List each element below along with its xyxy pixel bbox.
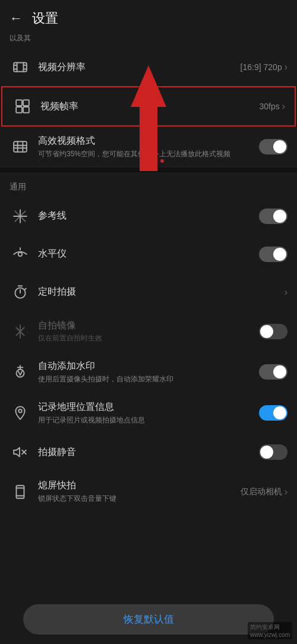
item-desc: 仅在前置自拍时生效	[38, 333, 254, 343]
settings-item-video-resolution[interactable]: 视频分辨率 [16:9] 720p ›	[0, 48, 297, 86]
item-label: 高效视频格式	[38, 135, 254, 147]
svg-line-25	[25, 288, 26, 289]
svg-rect-7	[16, 100, 22, 106]
general-settings-list: 参考线 水平仪	[0, 197, 297, 512]
svg-point-28	[18, 409, 21, 412]
item-label: 参考线	[38, 210, 254, 222]
location-toggle[interactable]	[259, 405, 287, 421]
item-content: 拍摄静音	[38, 446, 254, 459]
item-right	[259, 139, 287, 154]
settings-item-hevc[interactable]: 高效视频格式 可节省约35%空间，您可能在其他设备上无法播放此格式视频	[0, 127, 297, 168]
item-content: 记录地理位置信息 用于记录照片或视频拍摄地点信息	[38, 401, 254, 425]
item-label: 视频帧率	[40, 100, 254, 113]
item-right	[259, 324, 287, 339]
grid-lines-icon	[10, 206, 31, 227]
item-desc: 使用后置摄像头拍摄时，自动添加荣耀水印	[38, 374, 254, 384]
item-content: 定时拍摄	[38, 286, 280, 298]
item-label: 熄屏快拍	[38, 479, 236, 492]
settings-item-quick-snap[interactable]: 熄屏快拍 锁屏状态下双击音量下键 仅启动相机 ›	[0, 471, 297, 512]
item-value: 30fps	[259, 102, 279, 111]
item-content: 自拍镜像 仅在前置自拍时生效	[38, 320, 254, 344]
header: ← 设置	[0, 0, 297, 32]
item-content: 参考线	[38, 210, 254, 222]
film-icon	[10, 56, 31, 78]
settings-item-video-framerate[interactable]: 视频帧率 30fps ›	[1, 86, 296, 127]
shutter-sound-toggle[interactable]	[259, 444, 287, 460]
item-content: 高效视频格式 可节省约35%空间，您可能在其他设备上无法播放此格式视频	[38, 135, 254, 159]
item-right: 30fps ›	[259, 101, 285, 112]
item-label: 拍摄静音	[38, 446, 254, 459]
item-content: 自动添加水印 使用后置摄像头拍摄时，自动添加荣耀水印	[38, 360, 254, 384]
settings-list: 视频分辨率 [16:9] 720p › 视频帧率 30fps ›	[0, 48, 297, 168]
item-right	[259, 247, 287, 262]
subtitle: 以及其	[0, 32, 297, 48]
item-desc: 锁屏状态下双击音量下键	[38, 494, 236, 504]
sound-icon	[10, 441, 31, 463]
level-toggle[interactable]	[259, 247, 287, 262]
svg-rect-9	[16, 107, 22, 113]
item-content: 视频分辨率	[38, 61, 236, 74]
settings-item-shutter-sound[interactable]: 拍摄静音	[0, 433, 297, 471]
item-label: 自动添加水印	[38, 360, 254, 372]
item-content: 水平仪	[38, 248, 254, 260]
item-desc: 用于记录照片或视频拍摄地点信息	[38, 415, 254, 425]
item-right	[259, 209, 287, 224]
svg-point-20	[18, 252, 23, 256]
chevron-icon: ›	[285, 487, 287, 497]
item-desc: 可节省约35%空间，您可能在其他设备上无法播放此格式视频	[38, 149, 254, 159]
svg-rect-8	[23, 100, 29, 106]
location-icon	[10, 402, 31, 424]
chevron-icon: ›	[285, 287, 287, 298]
settings-item-timer[interactable]: 定时拍摄 ›	[0, 273, 297, 311]
watermark-toggle[interactable]	[259, 364, 287, 380]
settings-item-auto-watermark[interactable]: 自动添加水印 使用后置摄像头拍摄时，自动添加荣耀水印	[0, 352, 297, 393]
item-value: [16:9] 720p	[241, 62, 282, 72]
item-right	[259, 405, 287, 421]
svg-marker-29	[14, 448, 20, 457]
item-label: 记录地理位置信息	[38, 401, 254, 413]
svg-rect-0	[14, 62, 27, 71]
level-icon	[10, 244, 31, 265]
item-label: 定时拍摄	[38, 286, 280, 298]
item-label: 水平仪	[38, 248, 254, 260]
page-title: 设置	[32, 10, 58, 27]
item-right	[259, 444, 287, 460]
chevron-icon: ›	[282, 101, 285, 112]
watermark-icon	[10, 361, 31, 383]
chevron-icon: ›	[285, 62, 287, 72]
item-label: 视频分辨率	[38, 61, 236, 74]
selfie-mirror-toggle[interactable]	[259, 324, 287, 339]
back-button[interactable]: ←	[10, 11, 23, 26]
section-divider	[0, 168, 297, 172]
settings-item-level[interactable]: 水平仪	[0, 235, 297, 273]
item-value: 仅启动相机	[241, 487, 282, 497]
watermark-url: www.yizwj.com	[250, 632, 290, 638]
settings-item-location[interactable]: 记录地理位置信息 用于记录照片或视频拍摄地点信息	[0, 393, 297, 434]
svg-rect-32	[17, 485, 24, 498]
item-content: 视频帧率	[40, 100, 254, 113]
item-right	[259, 364, 287, 380]
settings-item-reference-line[interactable]: 参考线	[0, 197, 297, 235]
item-right: ›	[285, 287, 287, 298]
timer-icon	[10, 282, 31, 303]
item-label: 自拍镜像	[38, 320, 254, 332]
general-section-header: 通用	[0, 172, 297, 197]
watermark: 简约安卓网 www.yizwj.com	[248, 622, 292, 639]
item-right: [16:9] 720p ›	[241, 62, 287, 72]
restore-defaults-button[interactable]: 恢复默认值	[23, 604, 273, 634]
reference-line-toggle[interactable]	[259, 209, 287, 224]
svg-point-27	[17, 370, 24, 377]
hevc-toggle[interactable]	[259, 139, 287, 154]
settings-item-selfie-mirror[interactable]: 自拍镜像 仅在前置自拍时生效	[0, 311, 297, 352]
svg-rect-10	[23, 107, 29, 113]
svg-rect-11	[14, 142, 27, 152]
mirror-icon	[10, 321, 31, 342]
grid-icon	[12, 96, 33, 117]
phone-icon	[10, 481, 31, 503]
film-grid-icon	[10, 136, 31, 157]
item-content: 熄屏快拍 锁屏状态下双击音量下键	[38, 479, 236, 504]
item-right: 仅启动相机 ›	[241, 487, 287, 497]
annotation-dot	[160, 159, 164, 163]
watermark-site: 简约安卓网	[250, 623, 290, 632]
